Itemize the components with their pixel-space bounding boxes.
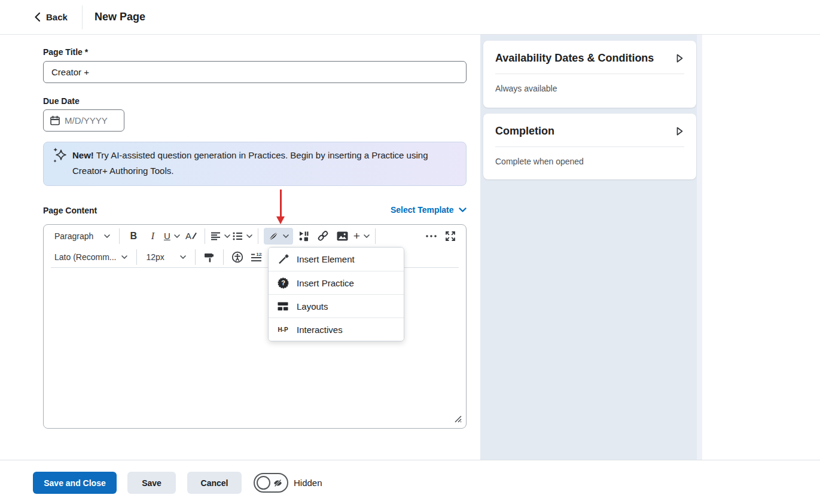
- editor-toolbar-row-1: Paragraph B I U A: [44, 225, 466, 247]
- due-date-label: Due Date: [43, 96, 80, 106]
- image-icon: [337, 231, 348, 241]
- chevron-down-icon: [224, 234, 230, 238]
- due-date-input[interactable]: M/D/YYYY: [43, 109, 124, 132]
- expand-icon: [445, 231, 456, 242]
- paint-roller-icon: [204, 252, 214, 262]
- accessibility-icon: [231, 251, 243, 263]
- back-chevron-icon: [35, 13, 40, 22]
- align-left-icon: [211, 232, 221, 240]
- topbar-divider: [82, 5, 83, 29]
- due-date-placeholder: M/D/YYYY: [65, 115, 108, 126]
- bullet-list-icon: [233, 232, 243, 240]
- insert-stuff-button[interactable]: [295, 228, 312, 245]
- completion-panel[interactable]: Completion Complete when opened: [483, 114, 696, 179]
- paragraph-dropdown-label: Paragraph: [54, 231, 93, 241]
- format-painter-button[interactable]: [201, 249, 218, 265]
- new-page-editor-screen: Back New Page Page Title * Due Date M/D/…: [0, 0, 820, 504]
- eye-slash-icon: [273, 479, 282, 487]
- chevron-down-icon: [459, 207, 467, 212]
- ai-feature-banner: New! Try AI-assisted question generation…: [43, 142, 467, 186]
- back-button[interactable]: Back: [35, 12, 68, 22]
- menu-item-label: Insert Element: [297, 254, 355, 264]
- page-content-label: Page Content: [43, 206, 97, 215]
- toolbar-separator: [375, 228, 376, 244]
- footer-divider: [0, 460, 820, 460]
- toolbar-separator: [205, 228, 205, 244]
- accessibility-checker-button[interactable]: [229, 249, 246, 265]
- ellipsis-icon: [426, 235, 437, 237]
- toolbar-separator: [258, 228, 258, 244]
- bold-button[interactable]: B: [125, 228, 142, 245]
- wand-icon: [277, 253, 289, 265]
- save-and-close-button[interactable]: Save and Close: [33, 472, 117, 494]
- menu-item-layouts[interactable]: Layouts: [269, 294, 404, 317]
- insert-element-dropdown-button[interactable]: [264, 228, 293, 245]
- cancel-button[interactable]: Cancel: [187, 472, 242, 494]
- practice-badge-icon: ?: [277, 277, 289, 289]
- banner-message: Try AI-assisted question generation in P…: [72, 150, 428, 176]
- sidebar-scroll-gutter: [697, 35, 702, 460]
- hidden-toggle[interactable]: [254, 473, 288, 493]
- chevron-down-icon: [246, 234, 252, 238]
- editor-resize-handle[interactable]: [453, 414, 462, 425]
- font-dropdown-label: Lato (Recomm...: [54, 252, 116, 262]
- banner-text: New! Try AI-assisted question generation…: [72, 148, 460, 179]
- select-template-label: Select Template: [391, 205, 454, 215]
- paragraph-style-dropdown[interactable]: Paragraph: [50, 228, 115, 245]
- page-title-input[interactable]: [43, 61, 467, 83]
- chevron-down-icon: [364, 234, 370, 238]
- menu-item-interactives[interactable]: H-P Interactives: [269, 317, 404, 341]
- toolbar-separator: [195, 249, 196, 265]
- svg-text:?: ?: [281, 279, 285, 286]
- other-insert-options-button[interactable]: +: [353, 228, 370, 245]
- svg-text:123: 123: [257, 253, 263, 257]
- insert-stuff-icon: [298, 231, 309, 242]
- toolbar-separator: [223, 249, 224, 265]
- select-template-button[interactable]: Select Template: [391, 205, 467, 215]
- insert-quicklink-button[interactable]: [315, 228, 331, 245]
- save-button[interactable]: Save: [127, 472, 176, 494]
- chevron-down-icon: [121, 255, 127, 259]
- sparkles-icon: [53, 147, 68, 166]
- toolbar-overflow-button[interactable]: [423, 228, 440, 245]
- toolbar-separator: [136, 249, 137, 265]
- chevron-down-icon: [283, 234, 289, 238]
- menu-item-insert-practice[interactable]: ? Insert Practice: [269, 271, 404, 294]
- alignment-dropdown-button[interactable]: [211, 228, 230, 245]
- back-label: Back: [46, 12, 68, 22]
- link-icon: [317, 230, 329, 242]
- slash-icon: [192, 233, 197, 239]
- top-bar: Back New Page: [0, 0, 820, 35]
- menu-item-insert-element[interactable]: Insert Element: [269, 248, 404, 271]
- word-count-button[interactable]: 123: [248, 249, 265, 265]
- banner-badge: New!: [72, 150, 94, 160]
- italic-button[interactable]: I: [144, 228, 161, 245]
- page-title-heading: New Page: [95, 11, 145, 23]
- annotation-arrow-head: [276, 216, 285, 224]
- chevron-down-icon: [174, 234, 180, 238]
- text-style-button[interactable]: A: [182, 228, 199, 245]
- chevron-down-icon: [180, 255, 186, 259]
- font-size-label: 12px: [146, 252, 164, 262]
- availability-status: Always available: [483, 74, 696, 93]
- insert-image-button[interactable]: [334, 228, 350, 245]
- quill-icon: [268, 231, 279, 242]
- h5p-icon: H-P: [277, 326, 289, 333]
- font-family-dropdown[interactable]: Lato (Recomm...: [50, 249, 132, 265]
- toggle-knob: [257, 476, 270, 490]
- chevron-down-icon: [104, 234, 110, 238]
- hidden-toggle-label: Hidden: [294, 478, 322, 488]
- menu-item-label: Interactives: [297, 325, 343, 335]
- underline-dropdown-button[interactable]: U: [163, 228, 180, 245]
- panel-expand-caret-icon[interactable]: [675, 126, 684, 137]
- menu-item-label: Insert Practice: [297, 278, 354, 288]
- availability-panel[interactable]: Availability Dates & Conditions Always a…: [483, 41, 696, 108]
- list-dropdown-button[interactable]: [233, 228, 252, 245]
- layouts-icon: [277, 302, 289, 311]
- fullscreen-button[interactable]: [442, 228, 459, 245]
- font-size-dropdown[interactable]: 12px: [141, 249, 190, 265]
- menu-item-label: Layouts: [297, 301, 328, 311]
- page-title-label: Page Title *: [43, 47, 88, 57]
- calendar-icon: [50, 115, 60, 126]
- panel-expand-caret-icon[interactable]: [675, 53, 684, 64]
